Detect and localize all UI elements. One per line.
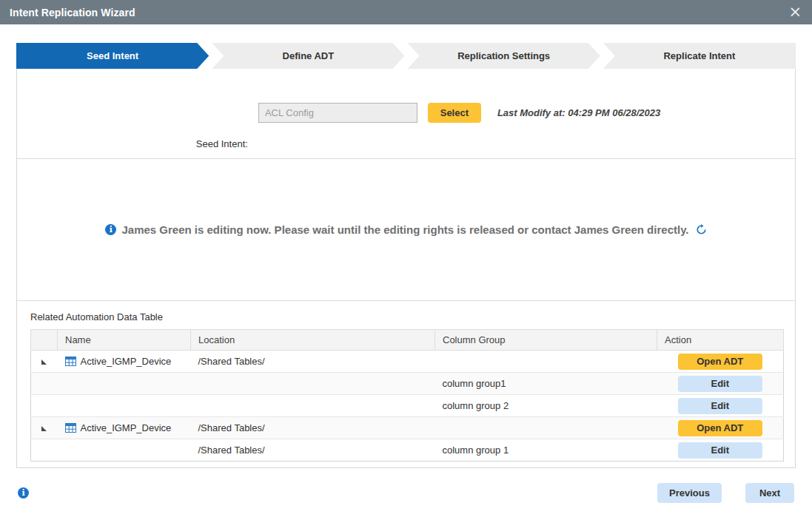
previous-button[interactable]: Previous — [657, 483, 722, 503]
open-adt-button[interactable]: Open ADT — [678, 354, 762, 370]
edit-button[interactable]: Edit — [678, 442, 762, 459]
table-row: /Shared Tables/column group 1Edit — [31, 439, 784, 462]
table-row: column group1Edit — [31, 373, 784, 395]
step-define-adt[interactable]: Define ADT — [212, 43, 404, 69]
related-table-title: Related Automation Data Table — [30, 311, 782, 322]
step-label: Replicate Intent — [663, 50, 735, 61]
col-name: Name — [58, 330, 191, 351]
adt-column-group — [435, 417, 657, 439]
col-action: Action — [657, 330, 784, 351]
step-replicate-intent[interactable]: Replicate Intent — [603, 43, 796, 69]
seed-intent-section: Seed Intent: Select Last Modify at: 04:2… — [17, 69, 795, 159]
next-button[interactable]: Next — [745, 483, 794, 503]
wizard-steps: Seed Intent Define ADT Replication Setti… — [16, 43, 796, 69]
adt-location — [191, 373, 435, 395]
adt-name: Active_IGMP_Device — [81, 356, 172, 367]
edit-button[interactable]: Edit — [678, 398, 762, 414]
table-icon — [65, 357, 76, 366]
table-header-row: Name Location Column Group Action — [31, 330, 784, 351]
col-location: Location — [191, 330, 435, 351]
last-modified-text: Last Modify at: 04:29 PM 06/28/2023 — [497, 107, 660, 118]
seed-intent-label: Seed Intent: — [196, 138, 248, 149]
expander-icon[interactable] — [41, 426, 47, 431]
step-label: Seed Intent — [87, 50, 138, 61]
adt-column-group — [435, 351, 657, 373]
step-label: Replication Settings — [457, 50, 550, 61]
window-title: Intent Replication Wizard — [10, 7, 135, 18]
adt-column-group: column group 2 — [435, 395, 657, 417]
table-row: Active_IGMP_Device/Shared Tables/Open AD… — [31, 417, 784, 439]
refresh-icon[interactable] — [696, 224, 707, 235]
adt-location: /Shared Tables/ — [191, 351, 435, 373]
col-expander — [31, 330, 58, 351]
col-column-group: Column Group — [435, 330, 657, 351]
adt-location: /Shared Tables/ — [191, 439, 435, 462]
open-adt-button[interactable]: Open ADT — [678, 420, 762, 436]
adt-location: /Shared Tables/ — [191, 417, 435, 439]
editing-notice-section: i James Green is editing now. Please wai… — [17, 159, 795, 301]
select-button[interactable]: Select — [428, 103, 481, 123]
related-adt-section: Related Automation Data Table Name Locat… — [17, 301, 795, 462]
seed-intent-input[interactable] — [258, 103, 417, 123]
adt-column-group: column group1 — [435, 373, 657, 395]
table-row: Active_IGMP_Device/Shared Tables/Open AD… — [31, 351, 784, 373]
info-icon: i — [105, 224, 116, 235]
related-adt-table: Name Location Column Group Action Active… — [30, 329, 784, 462]
close-icon[interactable]: × — [788, 4, 802, 20]
adt-location — [191, 395, 435, 417]
table-icon — [65, 423, 76, 433]
editing-notice-text: James Green is editing now. Please wait … — [121, 223, 688, 236]
adt-column-group: column group 1 — [435, 439, 657, 462]
step-label: Define ADT — [283, 50, 335, 61]
wizard-panel: Seed Intent: Select Last Modify at: 04:2… — [16, 69, 796, 468]
expander-icon[interactable] — [41, 359, 47, 365]
step-replication-settings[interactable]: Replication Settings — [408, 43, 600, 69]
footer: i Previous Next — [0, 468, 812, 517]
step-seed-intent[interactable]: Seed Intent — [16, 43, 209, 69]
adt-name: Active_IGMP_Device — [81, 422, 172, 433]
edit-button[interactable]: Edit — [678, 376, 762, 392]
footer-info-icon[interactable]: i — [18, 487, 29, 499]
titlebar: Intent Replication Wizard × — [0, 0, 812, 24]
table-row: column group 2Edit — [31, 395, 784, 417]
